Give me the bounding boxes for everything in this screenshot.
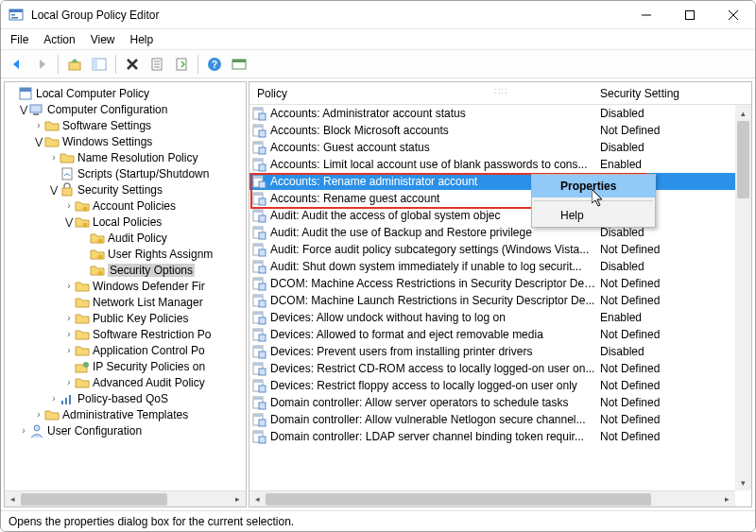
tree-software-restriction[interactable]: ›Software Restriction Po (5, 326, 246, 342)
computer-icon (29, 102, 44, 117)
column-header-setting[interactable]: Security Setting (596, 87, 751, 100)
svg-rect-3 (11, 17, 18, 19)
tree-ipsec[interactable]: IP Security Policies on (5, 358, 246, 374)
properties-button[interactable] (146, 54, 167, 75)
ctx-help[interactable]: Help (532, 204, 655, 227)
policy-row[interactable]: Devices: Restrict CD-ROM access to local… (249, 360, 751, 377)
scroll-thumb[interactable] (21, 493, 167, 506)
policy-row[interactable]: DCOM: Machine Launch Restrictions in Sec… (249, 292, 751, 309)
close-button[interactable] (712, 1, 755, 29)
maximize-button[interactable] (668, 1, 712, 29)
svg-rect-85 (253, 363, 263, 366)
tree-scripts[interactable]: Scripts (Startup/Shutdown (5, 165, 246, 181)
chevron-down-icon[interactable]: ⋁ (33, 136, 44, 146)
help-button[interactable]: ? (204, 54, 225, 75)
chevron-right-icon[interactable]: › (48, 152, 60, 163)
policy-row[interactable]: DCOM: Machine Access Restrictions in Sec… (249, 275, 751, 292)
export-button[interactable] (171, 54, 192, 75)
delete-button[interactable] (122, 54, 143, 75)
tree-windows-defender[interactable]: ›Windows Defender Fir (5, 278, 246, 294)
chevron-down-icon[interactable]: ⋁ (63, 216, 75, 227)
policy-row[interactable]: Audit: Audit the access of global system… (249, 207, 751, 224)
policy-row[interactable]: Devices: Prevent users from installing p… (249, 343, 751, 360)
policy-row[interactable]: Accounts: Rename administrator accountat… (249, 173, 751, 190)
chevron-right-icon[interactable]: › (63, 345, 75, 355)
folder-lock-icon (75, 215, 90, 230)
navigation-tree[interactable]: Local Computer Policy ⋁ Computer Configu… (5, 82, 246, 490)
tree-app-control[interactable]: ›Application Control Po (5, 342, 246, 358)
tree-security-settings[interactable]: ⋁Security Settings (5, 181, 246, 197)
chevron-right-icon[interactable]: › (33, 409, 44, 420)
scroll-track[interactable] (21, 491, 230, 507)
policy-row[interactable]: Devices: Restrict floppy access to local… (249, 377, 751, 394)
column-header-policy[interactable]: Policy (249, 87, 596, 100)
scroll-up-icon[interactable]: ▴ (735, 105, 751, 121)
tree-root[interactable]: Local Computer Policy (5, 85, 246, 101)
tree-audit-policy[interactable]: Audit Policy (5, 230, 246, 246)
tree-windows-settings[interactable]: ⋁Windows Settings (5, 133, 246, 149)
tree-advanced-audit[interactable]: ›Advanced Audit Policy (5, 374, 246, 390)
back-button[interactable] (7, 54, 27, 75)
tree-hscrollbar[interactable]: ◂ ▸ (5, 490, 246, 506)
scroll-thumb[interactable] (737, 121, 749, 198)
forward-button[interactable] (31, 54, 52, 75)
menu-action[interactable]: Action (43, 33, 75, 46)
list-vscrollbar[interactable]: ▴ ▾ (735, 105, 751, 490)
policy-row[interactable]: Accounts: Administrator account statusDi… (249, 105, 751, 122)
policy-row[interactable]: Domain controller: LDAP server channel b… (249, 428, 751, 445)
tree-software-settings[interactable]: ›Software Settings (5, 117, 246, 133)
policy-row[interactable]: Devices: Allowed to format and eject rem… (249, 326, 751, 343)
tree-computer-config[interactable]: ⋁ Computer Configuration (5, 101, 246, 117)
tree-public-key[interactable]: ›Public Key Policies (5, 310, 246, 326)
tree-network-list[interactable]: Network List Manager (5, 294, 246, 310)
tree-admin-templates[interactable]: ›Administrative Templates (5, 406, 246, 422)
tree-label: User Rights Assignm (108, 248, 213, 261)
scroll-down-icon[interactable]: ▾ (735, 474, 751, 490)
menu-help[interactable]: Help (130, 33, 154, 46)
policy-row[interactable]: Accounts: Limit local account use of bla… (249, 156, 751, 173)
chevron-right-icon[interactable]: › (63, 377, 75, 387)
chevron-right-icon[interactable]: › (63, 281, 75, 291)
menu-view[interactable]: View (91, 33, 115, 46)
scroll-left-icon[interactable]: ◂ (249, 491, 266, 507)
filter-button[interactable] (229, 54, 249, 75)
policy-row[interactable]: Audit: Audit the use of Backup and Resto… (249, 224, 751, 241)
folder-lock-icon (90, 263, 105, 278)
chevron-right-icon[interactable]: › (63, 313, 75, 323)
chevron-right-icon[interactable]: › (48, 393, 60, 403)
show-hide-tree-button[interactable] (89, 54, 110, 75)
policy-row[interactable]: Audit: Shut down system immediately if u… (249, 258, 751, 275)
menu-file[interactable]: File (10, 33, 28, 46)
chevron-down-icon[interactable]: ⋁ (18, 104, 29, 114)
chevron-right-icon[interactable]: › (63, 200, 75, 211)
scroll-right-icon[interactable]: ▸ (230, 491, 246, 507)
scroll-left-icon[interactable]: ◂ (5, 491, 21, 507)
scroll-track[interactable] (266, 491, 719, 507)
scroll-right-icon[interactable]: ▸ (719, 491, 735, 507)
chevron-right-icon[interactable]: › (33, 120, 44, 130)
policy-row[interactable]: Devices: Allow undock without having to … (249, 309, 751, 326)
tree-account-policies[interactable]: ›Account Policies (5, 197, 246, 214)
tree-qos[interactable]: ›Policy-based QoS (5, 390, 246, 406)
policy-row[interactable]: Audit: Force audit policy subcategory se… (249, 241, 751, 258)
policy-row[interactable]: Accounts: Rename guest account (249, 190, 751, 207)
tree-security-options[interactable]: Security Options (5, 262, 246, 278)
ctx-properties[interactable]: Properties (532, 175, 655, 197)
tree-user-rights[interactable]: User Rights Assignm (5, 246, 246, 262)
chevron-right-icon[interactable]: › (18, 425, 29, 436)
tree-user-config[interactable]: ›User Configuration (5, 422, 246, 438)
scroll-thumb[interactable] (266, 493, 651, 506)
policy-list[interactable]: Accounts: Administrator account statusDi… (249, 105, 751, 506)
policy-row[interactable]: Accounts: Block Microsoft accountsNot De… (249, 122, 751, 139)
up-button[interactable] (64, 54, 85, 75)
tree-name-resolution[interactable]: ›Name Resolution Policy (5, 149, 246, 165)
policy-row[interactable]: Domain controller: Allow vulnerable Netl… (249, 411, 751, 428)
minimize-button[interactable] (625, 1, 668, 29)
list-hscrollbar[interactable]: ◂ ▸ (249, 490, 735, 506)
scroll-track[interactable] (735, 121, 751, 474)
chevron-down-icon[interactable]: ⋁ (48, 184, 60, 195)
tree-local-policies[interactable]: ⋁Local Policies (5, 214, 246, 230)
chevron-right-icon[interactable]: › (63, 329, 75, 339)
policy-row[interactable]: Accounts: Guest account statusDisabled (249, 139, 751, 156)
policy-row[interactable]: Domain controller: Allow server operator… (249, 394, 751, 411)
